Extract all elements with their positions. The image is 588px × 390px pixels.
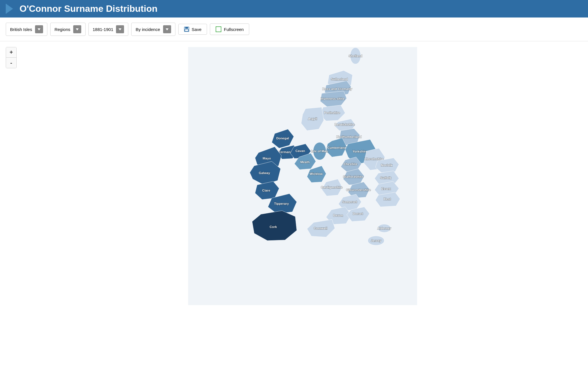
granularity-caret-icon (73, 25, 81, 33)
save-button[interactable]: Save (178, 24, 207, 35)
map-area: + - Shetland Sutherland Ross and Cromart… (0, 41, 588, 311)
save-icon (184, 26, 189, 32)
svg-point-43 (368, 236, 384, 245)
svg-point-41 (378, 224, 391, 233)
fullscreen-icon (215, 26, 222, 32)
zoom-in-button[interactable]: + (6, 47, 16, 58)
fullscreen-label: Fullscreen (224, 27, 244, 32)
fullscreen-button[interactable]: Fullscreen (210, 24, 249, 35)
zoom-controls: + - (6, 47, 17, 68)
svg-rect-2 (185, 29, 188, 31)
svg-point-5 (350, 48, 361, 64)
region-label: British Isles (10, 27, 32, 32)
region-jersey[interactable]: Jersey (368, 236, 384, 245)
save-label: Save (192, 27, 202, 32)
period-caret-icon (116, 25, 124, 33)
svg-point-15 (313, 142, 326, 160)
granularity-dropdown[interactable]: Regions (50, 23, 86, 36)
metric-label: By incidence (136, 27, 160, 32)
svg-rect-1 (185, 27, 188, 29)
map-svg: Shetland Sutherland Ross and Cromarty In… (188, 47, 417, 305)
page-header: O'Connor Surname Distribution (0, 0, 588, 17)
granularity-label: Regions (55, 27, 70, 32)
svg-rect-3 (216, 27, 221, 32)
map-container: Shetland Sutherland Ross and Cromarty In… (6, 47, 582, 305)
period-dropdown[interactable]: 1881-1901 (88, 23, 129, 36)
region-dropdown[interactable]: British Isles (6, 23, 47, 36)
header-arrow-icon (6, 4, 16, 14)
metric-caret-icon (163, 25, 171, 33)
toolbar: British Isles Regions 1881-1901 By incid… (0, 17, 588, 41)
zoom-out-button[interactable]: - (6, 58, 16, 68)
metric-dropdown[interactable]: By incidence (131, 23, 175, 36)
region-caret-icon (35, 25, 43, 33)
page-title: O'Connor Surname Distribution (20, 3, 158, 14)
period-label: 1881-1901 (93, 27, 113, 32)
